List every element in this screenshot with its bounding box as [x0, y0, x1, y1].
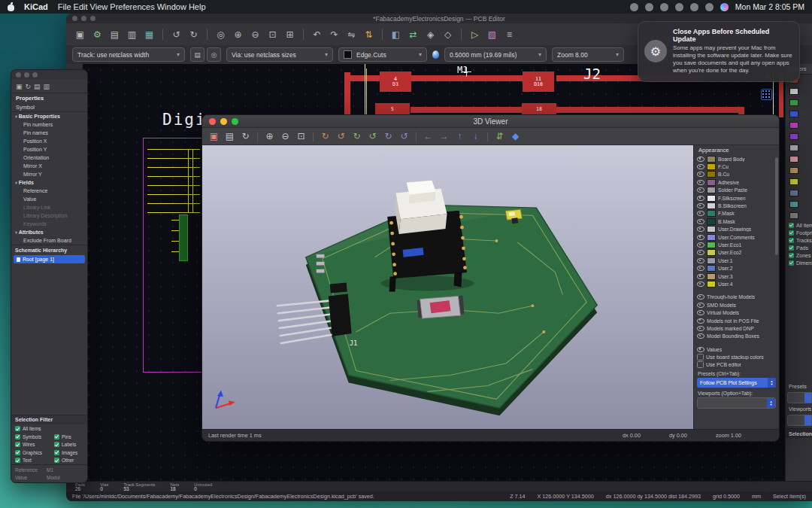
- checkbox-checked[interactable]: [15, 450, 20, 455]
- visibility-eye-icon[interactable]: [697, 281, 704, 287]
- checkbox-unchecked[interactable]: [697, 354, 704, 360]
- properties-row[interactable]: Reference: [11, 187, 87, 195]
- visibility-eye-icon[interactable]: [697, 333, 704, 339]
- apple-menu-icon[interactable]: [8, 3, 14, 11]
- visibility-eye-icon[interactable]: [697, 294, 704, 300]
- layer-row[interactable]: [786, 142, 812, 154]
- visibility-eye-icon[interactable]: [697, 326, 704, 331]
- selection-filter-item[interactable]: Pads: [789, 244, 812, 251]
- visibility-eye-icon[interactable]: [697, 157, 704, 162]
- checkbox-checked[interactable]: [15, 458, 20, 463]
- stepper-icon[interactable]: ▲▼: [768, 378, 776, 388]
- checkbox-checked[interactable]: [54, 458, 59, 463]
- checkbox-checked[interactable]: [15, 442, 20, 447]
- visibility-eye-icon[interactable]: [697, 196, 704, 201]
- unlock-icon[interactable]: ◇: [440, 26, 456, 42]
- layer-color-swatch[interactable]: [789, 122, 798, 129]
- layer-row[interactable]: [786, 97, 812, 108]
- visibility-eye-icon[interactable]: [697, 303, 704, 308]
- layer-row[interactable]: [786, 176, 812, 187]
- zoom-out-icon[interactable]: ⊖: [278, 129, 292, 143]
- properties-row[interactable]: Library Description: [11, 211, 87, 220]
- rotate-y-ccw-icon[interactable]: ↺: [365, 129, 380, 143]
- checkbox-checked[interactable]: [789, 230, 794, 236]
- pan-left-icon[interactable]: ←: [421, 129, 435, 143]
- visibility-eye-icon[interactable]: [697, 242, 704, 248]
- appearance-model-row[interactable]: Through-hole Models: [694, 294, 779, 301]
- checkbox-checked[interactable]: [789, 223, 794, 228]
- selection-filter-item[interactable]: Other: [54, 457, 87, 465]
- layer-row[interactable]: [786, 108, 812, 120]
- wifi-icon[interactable]: [675, 3, 683, 11]
- layer-color-swatch[interactable]: [789, 111, 798, 117]
- layer-color-swatch[interactable]: [789, 167, 798, 174]
- layer-color-swatch[interactable]: [707, 195, 716, 202]
- appearance-model-row[interactable]: Models marked DNP: [694, 324, 779, 332]
- window-controls[interactable]: [72, 16, 95, 21]
- layer-row[interactable]: [786, 165, 812, 176]
- minimize-button[interactable]: [24, 72, 29, 78]
- appearance-option[interactable]: Use board stackup colors: [694, 353, 779, 360]
- pan-up-icon[interactable]: ↑: [453, 129, 467, 143]
- properties-row[interactable]: Basic Properties: [11, 112, 87, 120]
- page-settings-icon[interactable]: ▤: [107, 26, 123, 42]
- layer-color-swatch[interactable]: [707, 242, 716, 248]
- selection-filter-item[interactable]: Text: [15, 457, 54, 465]
- presets-select[interactable]: [787, 392, 812, 403]
- layer-color-swatch[interactable]: [789, 133, 798, 140]
- via-presets-icon[interactable]: ◎: [207, 47, 221, 62]
- visibility-eye-icon[interactable]: [697, 211, 704, 216]
- battery-icon[interactable]: [645, 3, 653, 11]
- track-presets-icon[interactable]: ▤: [190, 47, 205, 62]
- 3d-viewer-titlebar[interactable]: 3D Viewer: [202, 115, 779, 128]
- visibility-eye-icon[interactable]: [697, 274, 704, 279]
- visibility-eye-icon[interactable]: [697, 266, 704, 271]
- scripting-console-icon[interactable]: ≡: [501, 26, 517, 42]
- checkbox-checked[interactable]: [54, 434, 59, 440]
- zoom-in-icon[interactable]: ⊕: [230, 26, 246, 42]
- pan-right-icon[interactable]: →: [437, 129, 451, 143]
- save-icon[interactable]: ▣: [16, 83, 23, 90]
- layer-row[interactable]: [786, 120, 812, 131]
- menubar-item[interactable]: Edit: [74, 2, 88, 11]
- layer-row[interactable]: [786, 210, 812, 221]
- menubar-item[interactable]: File: [58, 2, 71, 11]
- properties-row[interactable]: Keywords: [11, 220, 87, 228]
- siri-icon[interactable]: [720, 3, 729, 11]
- visibility-eye-icon[interactable]: [697, 172, 704, 177]
- visibility-eye-icon[interactable]: [697, 180, 704, 185]
- display-icon[interactable]: [630, 3, 638, 11]
- properties-titlebar[interactable]: [11, 70, 87, 80]
- visibility-eye-icon[interactable]: [697, 250, 704, 255]
- layer-color-swatch[interactable]: [707, 202, 716, 209]
- layer-color-swatch[interactable]: [707, 257, 716, 264]
- layer-grid-icon[interactable]: [761, 89, 772, 100]
- layer-color-swatch[interactable]: [707, 273, 716, 280]
- appearance-layer-row[interactable]: User.2: [694, 264, 779, 272]
- appearance-model-row[interactable]: SMD Models: [694, 301, 779, 309]
- appearance-option[interactable]: Use PCB editor: [694, 361, 779, 369]
- visibility-eye-icon[interactable]: [697, 235, 704, 240]
- appearance-layer-row[interactable]: User.Drawings: [694, 226, 779, 233]
- appearance-layer-row[interactable]: B.Silkscreen: [694, 202, 779, 209]
- appearance-layer-row[interactable]: User.3: [694, 272, 779, 280]
- stepper-icon[interactable]: ▲▼: [767, 398, 775, 408]
- appearance-layer-row[interactable]: User.1: [694, 257, 779, 264]
- layer-color-swatch[interactable]: [707, 234, 716, 241]
- copy-icon[interactable]: ▤: [34, 83, 41, 90]
- refresh-view-icon[interactable]: ◎: [213, 26, 229, 42]
- zoom-button[interactable]: [32, 72, 38, 78]
- checkbox-checked[interactable]: [789, 238, 794, 243]
- appearance-layer-row[interactable]: F.Cu: [694, 163, 779, 170]
- menubar-item[interactable]: Help: [189, 2, 206, 11]
- refresh-icon[interactable]: ↻: [26, 83, 32, 90]
- layer-row[interactable]: [786, 154, 812, 165]
- visibility-eye-icon[interactable]: [697, 347, 704, 352]
- visibility-eye-icon[interactable]: [697, 219, 704, 224]
- selection-filter-item[interactable]: Dimensions: [789, 259, 812, 266]
- properties-row[interactable]: Position X: [11, 137, 87, 145]
- pan-down-icon[interactable]: ↓: [468, 129, 483, 143]
- active-layer-select[interactable]: Edge.Cuts: [338, 47, 427, 62]
- layer-color-swatch[interactable]: [707, 226, 716, 233]
- checkbox-checked[interactable]: [54, 442, 59, 447]
